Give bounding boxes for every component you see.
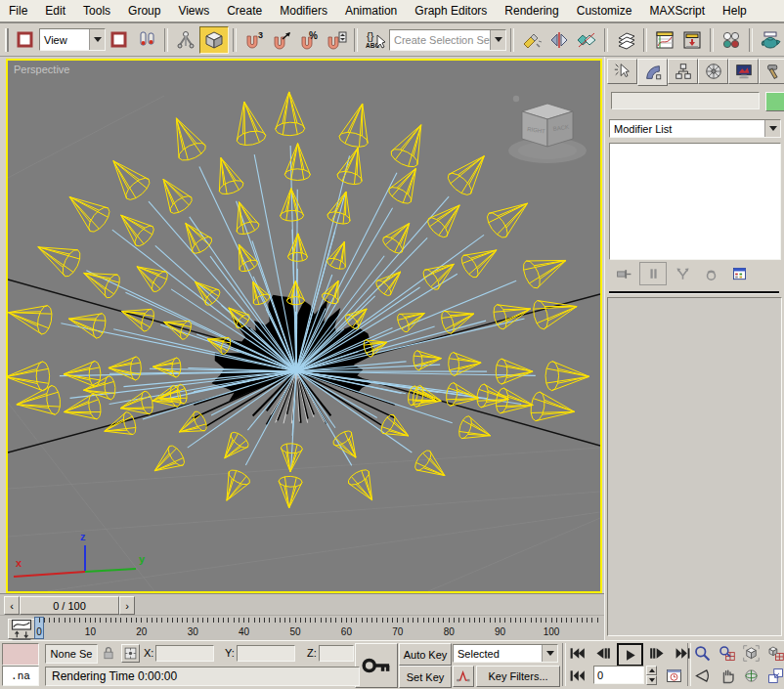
render-icon[interactable] (757, 26, 784, 54)
previous-frame-icon[interactable] (591, 643, 614, 663)
layer-manager-icon[interactable] (612, 26, 639, 54)
viewport-label[interactable]: Perspective (14, 64, 69, 75)
selection-lock-icon[interactable] (100, 644, 117, 662)
selection-filter-dropdown[interactable]: Selected (453, 644, 558, 663)
menu-item[interactable]: File (0, 1, 36, 21)
hierarchy-tab-icon[interactable] (668, 59, 698, 84)
modifier-list-dropdown[interactable]: Modifier List (609, 119, 781, 138)
motion-tab-icon[interactable] (698, 59, 728, 84)
zoom-extents-icon[interactable] (740, 643, 762, 664)
menu-item[interactable]: Group (119, 1, 169, 21)
curve-editor-icon[interactable] (651, 26, 678, 54)
menu-item[interactable]: Animation (336, 1, 406, 21)
rollout-area[interactable] (607, 297, 782, 636)
pin-stack-icon[interactable] (611, 263, 636, 284)
x-coordinate-field[interactable] (155, 645, 214, 662)
angle-snap-icon[interactable] (268, 26, 295, 54)
edit-named-selections-icon[interactable]: {}ABC (362, 26, 389, 54)
spinner-snap-icon[interactable] (323, 26, 350, 54)
track-bar[interactable]: 0102030405060708090100 (0, 615, 604, 642)
time-slider-handle[interactable]: 0 / 100 (20, 596, 119, 615)
maxscript-mini-listener[interactable]: .na (2, 666, 39, 686)
playback-controls (566, 643, 694, 667)
menu-item[interactable]: Graph Editors (406, 1, 496, 21)
fov-icon[interactable] (691, 666, 713, 686)
time-configuration-icon[interactable] (663, 666, 685, 685)
menu-item[interactable]: Modifiers (271, 1, 336, 21)
pan-icon[interactable] (716, 666, 737, 686)
menu-item[interactable]: Create (218, 1, 271, 21)
time-slider-next-button[interactable]: › (119, 596, 135, 615)
reference-coordinate-dropdown[interactable]: View (39, 28, 106, 51)
auto-key-button[interactable]: Auto Key (399, 643, 452, 666)
y-coordinate-field[interactable] (237, 645, 295, 662)
modifier-stack-list[interactable] (609, 143, 781, 260)
menu-item[interactable]: Edit (36, 1, 74, 21)
current-frame-field[interactable] (593, 666, 644, 684)
key-filters-button[interactable]: Key Filters... (476, 666, 560, 687)
svg-text:70: 70 (392, 626, 404, 637)
dropdown-arrow-icon[interactable] (542, 645, 557, 662)
menu-item[interactable]: MAXScript (640, 1, 714, 21)
material-editor-icon[interactable] (718, 26, 745, 54)
time-slider-track[interactable]: ‹ 0 / 100 › (0, 593, 604, 616)
modifier-stack-toolbar (611, 262, 779, 285)
object-color-swatch[interactable] (765, 92, 784, 111)
modify-tab-icon[interactable] (637, 59, 668, 86)
arc-rotate-icon[interactable] (740, 666, 762, 686)
configure-modifier-sets-icon[interactable] (726, 263, 752, 284)
dropdown-arrow-icon[interactable] (89, 29, 105, 50)
percent-snap-icon[interactable]: % (295, 26, 323, 54)
menu-item[interactable]: Customize (568, 1, 641, 21)
command-panel-tabs (607, 59, 784, 86)
absolute-offset-toggle[interactable] (121, 644, 140, 663)
min-max-toggle-icon[interactable] (764, 666, 784, 686)
svg-text:50: 50 (289, 626, 301, 637)
default-tangent-button[interactable] (453, 666, 474, 687)
zoom-all-icon[interactable] (716, 643, 737, 664)
menu-item[interactable]: Help (714, 1, 756, 21)
align-icon[interactable] (573, 26, 600, 54)
object-name-field[interactable] (611, 92, 760, 109)
frame-ruler[interactable]: 0102030405060708090100 (0, 616, 604, 640)
set-keys-button[interactable] (355, 643, 398, 688)
key-mode-toggle-icon[interactable] (566, 666, 588, 685)
remove-modifier-icon[interactable] (698, 263, 723, 284)
menu-item[interactable]: Views (169, 1, 218, 21)
toolbar-separator (643, 28, 647, 52)
next-frame-icon[interactable] (646, 643, 669, 663)
schematic-view-icon[interactable] (678, 26, 706, 54)
go-start-icon[interactable] (566, 643, 588, 663)
z-coordinate-field[interactable] (319, 645, 354, 662)
create-selection-set-field[interactable]: Create Selection Set (389, 29, 506, 51)
frame-spinner[interactable] (646, 666, 657, 684)
show-end-result-icon[interactable] (639, 262, 667, 285)
toolbar-grip[interactable] (5, 28, 9, 52)
create-tab-icon[interactable] (607, 59, 637, 84)
perspective-viewport[interactable]: RIGHT BACK z x y Perspective (6, 59, 602, 593)
menu-item[interactable]: Rendering (496, 1, 567, 21)
selection-region-icon[interactable] (106, 26, 133, 54)
set-key-button[interactable]: Set Key (399, 666, 452, 688)
zoom-extents-all-icon[interactable] (764, 643, 784, 664)
maxscript-mini-listener-pink[interactable] (2, 643, 39, 666)
panel-divider[interactable] (609, 291, 779, 294)
play-icon[interactable] (617, 643, 643, 667)
utilities-tab-icon[interactable] (759, 59, 784, 84)
snaps-toggle-icon[interactable] (199, 26, 229, 54)
viewport-nav-row2 (691, 666, 784, 686)
light-lister-icon[interactable] (518, 26, 545, 54)
mirror-icon[interactable] (545, 26, 573, 54)
display-tab-icon[interactable] (728, 59, 759, 84)
dropdown-arrow-icon[interactable] (764, 120, 780, 137)
dropdown-arrow-icon[interactable] (490, 30, 505, 50)
menu-item[interactable]: Tools (74, 1, 119, 21)
selection-region-icon[interactable] (12, 26, 39, 54)
make-unique-icon[interactable] (670, 263, 695, 284)
time-slider-prev-button[interactable]: ‹ (4, 596, 20, 615)
select-and-link-icon[interactable] (172, 26, 199, 54)
view-cube[interactable]: RIGHT BACK (508, 96, 587, 163)
zoom-icon[interactable] (691, 643, 713, 664)
select-and-manipulate-icon[interactable] (133, 26, 160, 54)
snap-3d-icon[interactable]: 3 (240, 26, 268, 54)
